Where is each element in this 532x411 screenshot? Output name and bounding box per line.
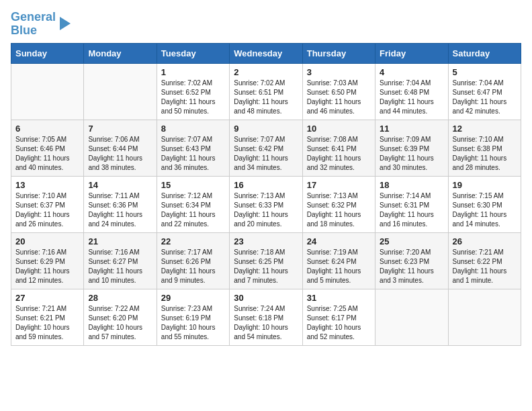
calendar-cell: 27Sunrise: 7:21 AM Sunset: 6:21 PM Dayli… xyxy=(11,289,84,345)
calendar-cell: 8Sunrise: 7:07 AM Sunset: 6:43 PM Daylig… xyxy=(157,120,229,176)
logo: General Blue xyxy=(11,11,71,38)
day-info: Sunrise: 7:10 AM Sunset: 6:38 PM Dayligh… xyxy=(453,135,517,173)
calendar-cell: 11Sunrise: 7:09 AM Sunset: 6:39 PM Dayli… xyxy=(375,120,448,176)
calendar-cell: 14Sunrise: 7:11 AM Sunset: 6:36 PM Dayli… xyxy=(84,176,157,232)
day-number: 4 xyxy=(380,67,443,77)
calendar-cell: 26Sunrise: 7:21 AM Sunset: 6:22 PM Dayli… xyxy=(448,232,521,289)
day-number: 2 xyxy=(234,67,298,77)
calendar-cell: 31Sunrise: 7:25 AM Sunset: 6:17 PM Dayli… xyxy=(302,289,375,345)
calendar-cell: 12Sunrise: 7:10 AM Sunset: 6:38 PM Dayli… xyxy=(448,120,521,176)
day-info: Sunrise: 7:16 AM Sunset: 6:29 PM Dayligh… xyxy=(15,248,79,285)
day-info: Sunrise: 7:03 AM Sunset: 6:50 PM Dayligh… xyxy=(307,79,371,116)
calendar-cell xyxy=(375,289,448,345)
calendar-table: SundayMondayTuesdayWednesdayThursdayFrid… xyxy=(11,43,521,346)
calendar-week-5: 27Sunrise: 7:21 AM Sunset: 6:21 PM Dayli… xyxy=(11,289,521,345)
header-saturday: Saturday xyxy=(448,43,521,63)
logo-blue: Blue xyxy=(11,24,37,37)
day-info: Sunrise: 7:16 AM Sunset: 6:27 PM Dayligh… xyxy=(88,248,152,285)
day-number: 3 xyxy=(307,67,371,77)
calendar-cell: 15Sunrise: 7:12 AM Sunset: 6:34 PM Dayli… xyxy=(157,176,229,232)
calendar-cell: 19Sunrise: 7:15 AM Sunset: 6:30 PM Dayli… xyxy=(448,176,521,232)
header-sunday: Sunday xyxy=(11,43,84,63)
calendar-cell: 25Sunrise: 7:20 AM Sunset: 6:23 PM Dayli… xyxy=(375,232,448,289)
day-number: 15 xyxy=(161,180,225,190)
day-number: 24 xyxy=(307,236,371,246)
day-info: Sunrise: 7:09 AM Sunset: 6:39 PM Dayligh… xyxy=(380,135,443,173)
header-thursday: Thursday xyxy=(302,43,375,63)
day-number: 8 xyxy=(161,124,225,134)
day-info: Sunrise: 7:11 AM Sunset: 6:36 PM Dayligh… xyxy=(88,191,152,229)
calendar-week-2: 6Sunrise: 7:05 AM Sunset: 6:46 PM Daylig… xyxy=(11,120,521,176)
calendar-cell: 10Sunrise: 7:08 AM Sunset: 6:41 PM Dayli… xyxy=(302,120,375,176)
day-number: 6 xyxy=(15,124,79,134)
logo-arrow-icon xyxy=(60,17,71,30)
day-number: 1 xyxy=(161,67,225,77)
day-number: 18 xyxy=(380,180,443,190)
calendar-cell: 1Sunrise: 7:02 AM Sunset: 6:52 PM Daylig… xyxy=(157,63,229,120)
header-friday: Friday xyxy=(375,43,448,63)
calendar-week-3: 13Sunrise: 7:10 AM Sunset: 6:37 PM Dayli… xyxy=(11,176,521,232)
day-number: 17 xyxy=(307,180,371,190)
day-info: Sunrise: 7:24 AM Sunset: 6:18 PM Dayligh… xyxy=(234,304,298,342)
header-tuesday: Tuesday xyxy=(157,43,229,63)
day-number: 25 xyxy=(380,236,443,246)
day-info: Sunrise: 7:07 AM Sunset: 6:43 PM Dayligh… xyxy=(161,135,225,173)
calendar-cell: 6Sunrise: 7:05 AM Sunset: 6:46 PM Daylig… xyxy=(11,120,84,176)
day-number: 14 xyxy=(88,180,152,190)
day-info: Sunrise: 7:05 AM Sunset: 6:46 PM Dayligh… xyxy=(15,135,79,173)
header-wednesday: Wednesday xyxy=(230,43,302,63)
day-number: 23 xyxy=(234,236,298,246)
calendar-cell xyxy=(448,289,521,345)
calendar-cell: 30Sunrise: 7:24 AM Sunset: 6:18 PM Dayli… xyxy=(230,289,302,345)
day-number: 26 xyxy=(453,236,517,246)
calendar-cell: 22Sunrise: 7:17 AM Sunset: 6:26 PM Dayli… xyxy=(157,232,229,289)
day-info: Sunrise: 7:02 AM Sunset: 6:52 PM Dayligh… xyxy=(161,79,225,116)
calendar-cell: 3Sunrise: 7:03 AM Sunset: 6:50 PM Daylig… xyxy=(302,63,375,120)
calendar-header-row: SundayMondayTuesdayWednesdayThursdayFrid… xyxy=(11,43,521,63)
day-info: Sunrise: 7:02 AM Sunset: 6:51 PM Dayligh… xyxy=(234,79,298,116)
logo-general: General xyxy=(11,10,56,24)
calendar-cell: 4Sunrise: 7:04 AM Sunset: 6:48 PM Daylig… xyxy=(375,63,448,120)
day-number: 12 xyxy=(453,124,517,134)
day-info: Sunrise: 7:19 AM Sunset: 6:24 PM Dayligh… xyxy=(307,248,371,285)
day-number: 7 xyxy=(88,124,152,134)
calendar-cell: 7Sunrise: 7:06 AM Sunset: 6:44 PM Daylig… xyxy=(84,120,157,176)
calendar-cell: 13Sunrise: 7:10 AM Sunset: 6:37 PM Dayli… xyxy=(11,176,84,232)
calendar-cell: 24Sunrise: 7:19 AM Sunset: 6:24 PM Dayli… xyxy=(302,232,375,289)
day-number: 13 xyxy=(15,180,79,190)
day-info: Sunrise: 7:23 AM Sunset: 6:19 PM Dayligh… xyxy=(161,304,225,342)
day-info: Sunrise: 7:25 AM Sunset: 6:17 PM Dayligh… xyxy=(307,304,371,342)
calendar-cell: 9Sunrise: 7:07 AM Sunset: 6:42 PM Daylig… xyxy=(230,120,302,176)
day-info: Sunrise: 7:04 AM Sunset: 6:47 PM Dayligh… xyxy=(453,79,517,116)
day-info: Sunrise: 7:07 AM Sunset: 6:42 PM Dayligh… xyxy=(234,135,298,173)
day-number: 16 xyxy=(234,180,298,190)
calendar-cell: 16Sunrise: 7:13 AM Sunset: 6:33 PM Dayli… xyxy=(230,176,302,232)
day-info: Sunrise: 7:12 AM Sunset: 6:34 PM Dayligh… xyxy=(161,191,225,229)
day-number: 19 xyxy=(453,180,517,190)
day-info: Sunrise: 7:13 AM Sunset: 6:32 PM Dayligh… xyxy=(307,191,371,229)
day-info: Sunrise: 7:08 AM Sunset: 6:41 PM Dayligh… xyxy=(307,135,371,173)
logo-text: General Blue xyxy=(11,11,56,38)
day-info: Sunrise: 7:15 AM Sunset: 6:30 PM Dayligh… xyxy=(453,191,517,229)
day-info: Sunrise: 7:21 AM Sunset: 6:21 PM Dayligh… xyxy=(15,304,79,342)
calendar-cell xyxy=(84,63,157,120)
calendar-week-1: 1Sunrise: 7:02 AM Sunset: 6:52 PM Daylig… xyxy=(11,63,521,120)
day-number: 9 xyxy=(234,124,298,134)
day-info: Sunrise: 7:14 AM Sunset: 6:31 PM Dayligh… xyxy=(380,191,443,229)
day-info: Sunrise: 7:21 AM Sunset: 6:22 PM Dayligh… xyxy=(453,248,517,285)
calendar-cell: 2Sunrise: 7:02 AM Sunset: 6:51 PM Daylig… xyxy=(230,63,302,120)
calendar-week-4: 20Sunrise: 7:16 AM Sunset: 6:29 PM Dayli… xyxy=(11,232,521,289)
calendar-cell: 29Sunrise: 7:23 AM Sunset: 6:19 PM Dayli… xyxy=(157,289,229,345)
day-number: 11 xyxy=(380,124,443,134)
day-number: 21 xyxy=(88,236,152,246)
calendar-cell xyxy=(11,63,84,120)
day-number: 5 xyxy=(453,67,517,77)
day-info: Sunrise: 7:17 AM Sunset: 6:26 PM Dayligh… xyxy=(161,248,225,285)
calendar-cell: 28Sunrise: 7:22 AM Sunset: 6:20 PM Dayli… xyxy=(84,289,157,345)
calendar-cell: 23Sunrise: 7:18 AM Sunset: 6:25 PM Dayli… xyxy=(230,232,302,289)
header-monday: Monday xyxy=(84,43,157,63)
day-number: 27 xyxy=(15,293,79,303)
calendar-cell: 18Sunrise: 7:14 AM Sunset: 6:31 PM Dayli… xyxy=(375,176,448,232)
day-info: Sunrise: 7:10 AM Sunset: 6:37 PM Dayligh… xyxy=(15,191,79,229)
day-number: 29 xyxy=(161,293,225,303)
